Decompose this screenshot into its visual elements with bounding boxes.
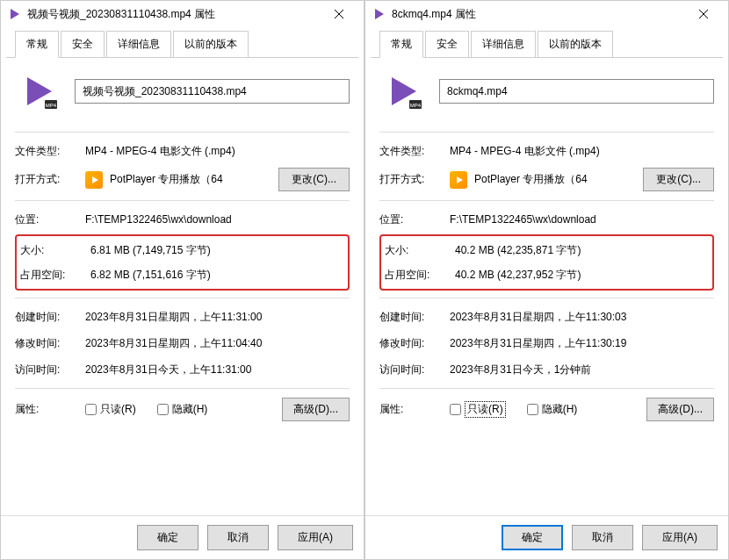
tab-general[interactable]: 常规 (15, 31, 59, 58)
ok-button[interactable]: 确定 (137, 525, 198, 550)
location-label: 位置: (15, 212, 85, 227)
disk-label: 占用空间: (20, 268, 90, 283)
ok-button[interactable]: 确定 (502, 525, 563, 550)
cancel-button[interactable]: 取消 (207, 525, 269, 550)
apply-button[interactable]: 应用(A) (642, 525, 718, 550)
filetype-label: 文件类型: (15, 144, 85, 159)
filetype-label: 文件类型: (379, 144, 450, 159)
file-header: MP4 (15, 70, 350, 112)
size-row: 大小: 40.2 MB (42,235,871 字节) (385, 238, 709, 262)
change-button[interactable]: 更改(C)... (643, 168, 714, 191)
divider (379, 200, 714, 201)
hidden-label: 隐藏(H) (542, 402, 578, 417)
hidden-checkbox-wrap[interactable]: 隐藏(H) (157, 402, 208, 417)
openwith-label: 打开方式: (15, 172, 85, 187)
video-file-icon: MP4 (18, 70, 61, 112)
readonly-label: 只读(R) (465, 401, 506, 418)
titlebar: 视频号视频_20230831110438.mp4 属性 (1, 1, 364, 27)
window-title: 视频号视频_20230831110438.mp4 属性 (27, 7, 321, 22)
size-label: 大小: (385, 243, 455, 258)
close-button[interactable] (321, 2, 357, 26)
modified-row: 修改时间: 2023年8月31日星期四，上午11:04:40 (15, 330, 350, 356)
tab-security[interactable]: 安全 (425, 31, 469, 57)
modified-label: 修改时间: (15, 336, 85, 351)
modified-label: 修改时间: (379, 336, 450, 351)
openwith-row: 打开方式: PotPlayer 专用播放（64 更改(C)... (379, 164, 714, 195)
svg-text:MP4: MP4 (46, 103, 57, 108)
app-icon (8, 7, 22, 21)
properties-dialog-left: 视频号视频_20230831110438.mp4 属性 常规 安全 详细信息 以… (0, 0, 364, 560)
hidden-checkbox[interactable] (157, 404, 169, 415)
hidden-label: 隐藏(H) (172, 402, 208, 417)
disk-label: 占用空间: (385, 268, 455, 283)
openwith-row: 打开方式: PotPlayer 专用播放（64 更改(C)... (15, 164, 350, 195)
content-area: MP4 文件类型: MP4 - MPEG-4 电影文件 (.mp4) 打开方式:… (1, 58, 364, 515)
divider (15, 200, 350, 201)
created-value: 2023年8月31日星期四，上午11:31:00 (85, 310, 350, 325)
size-value: 40.2 MB (42,235,871 字节) (455, 243, 709, 258)
svg-text:MP4: MP4 (410, 103, 422, 108)
tab-previous-versions[interactable]: 以前的版本 (538, 31, 613, 57)
filename-input[interactable] (439, 79, 714, 104)
accessed-value: 2023年8月31日今天，上午11:31:00 (85, 363, 350, 377)
location-row: 位置: F:\TEMP1322465\wx\download (15, 206, 350, 233)
attributes-row: 属性: 只读(R) 隐藏(H) 高级(D)... (15, 394, 350, 425)
tab-details[interactable]: 详细信息 (471, 31, 536, 57)
tab-strip: 常规 安全 详细信息 以前的版本 (371, 27, 723, 58)
close-button[interactable] (686, 2, 721, 26)
accessed-row: 访问时间: 2023年8月31日今天，上午11:31:00 (15, 356, 350, 383)
accessed-label: 访问时间: (15, 363, 85, 377)
advanced-button[interactable]: 高级(D)... (282, 398, 350, 421)
modified-row: 修改时间: 2023年8月31日星期四，上午11:30:19 (379, 330, 714, 356)
window-title: 8ckmq4.mp4 属性 (392, 7, 686, 22)
created-label: 创建时间: (15, 310, 85, 325)
properties-dialog-right: 8ckmq4.mp4 属性 常规 安全 详细信息 以前的版本 MP4 文件类型:… (364, 0, 729, 560)
tab-previous-versions[interactable]: 以前的版本 (173, 31, 249, 57)
readonly-label: 只读(R) (100, 402, 136, 417)
hidden-checkbox[interactable] (527, 404, 538, 415)
divider (379, 132, 714, 133)
attributes-label: 属性: (379, 402, 450, 417)
tab-security[interactable]: 安全 (61, 31, 105, 57)
readonly-checkbox[interactable] (450, 404, 461, 415)
tab-details[interactable]: 详细信息 (106, 31, 171, 57)
button-bar: 确定 取消 应用(A) (1, 515, 364, 559)
button-bar: 确定 取消 应用(A) (365, 515, 728, 559)
location-value: F:\TEMP1322465\wx\download (450, 213, 714, 226)
created-row: 创建时间: 2023年8月31日星期四，上午11:30:03 (379, 304, 714, 330)
disk-value: 6.82 MB (7,151,616 字节) (90, 268, 344, 283)
readonly-checkbox-wrap[interactable]: 只读(R) (450, 401, 506, 418)
divider (15, 298, 350, 298)
potplayer-icon (450, 171, 467, 189)
accessed-value: 2023年8月31日今天，1分钟前 (450, 363, 714, 377)
apply-button[interactable]: 应用(A) (278, 525, 353, 550)
divider (379, 388, 714, 389)
openwith-label: 打开方式: (379, 172, 450, 187)
attributes-label: 属性: (15, 402, 85, 417)
filetype-row: 文件类型: MP4 - MPEG-4 电影文件 (.mp4) (15, 138, 350, 164)
filetype-value: MP4 - MPEG-4 电影文件 (.mp4) (450, 144, 714, 159)
openwith-value: PotPlayer 专用播放（64 (474, 172, 638, 187)
tab-strip: 常规 安全 详细信息 以前的版本 (6, 27, 358, 58)
readonly-checkbox-wrap[interactable]: 只读(R) (85, 402, 136, 417)
created-value: 2023年8月31日星期四，上午11:30:03 (450, 310, 714, 325)
filetype-value: MP4 - MPEG-4 电影文件 (.mp4) (85, 144, 350, 159)
change-button[interactable]: 更改(C)... (278, 168, 350, 191)
file-header: MP4 (379, 70, 714, 112)
filename-input[interactable] (75, 79, 350, 104)
modified-value: 2023年8月31日星期四，上午11:04:40 (85, 336, 350, 351)
disk-row: 占用空间: 6.82 MB (7,151,616 字节) (20, 262, 344, 287)
attributes-row: 属性: 只读(R) 隐藏(H) 高级(D)... (379, 394, 714, 425)
cancel-button[interactable]: 取消 (572, 525, 633, 550)
created-row: 创建时间: 2023年8月31日星期四，上午11:31:00 (15, 304, 350, 330)
divider (15, 132, 350, 133)
readonly-checkbox[interactable] (85, 404, 97, 415)
disk-row: 占用空间: 40.2 MB (42,237,952 字节) (385, 262, 709, 287)
advanced-button[interactable]: 高级(D)... (646, 398, 714, 421)
size-label: 大小: (20, 243, 90, 258)
video-file-icon: MP4 (383, 70, 425, 112)
hidden-checkbox-wrap[interactable]: 隐藏(H) (527, 402, 578, 417)
openwith-value: PotPlayer 专用播放（64 (110, 172, 273, 187)
tab-general[interactable]: 常规 (379, 31, 423, 58)
size-highlight: 大小: 40.2 MB (42,235,871 字节) 占用空间: 40.2 M… (379, 234, 714, 291)
